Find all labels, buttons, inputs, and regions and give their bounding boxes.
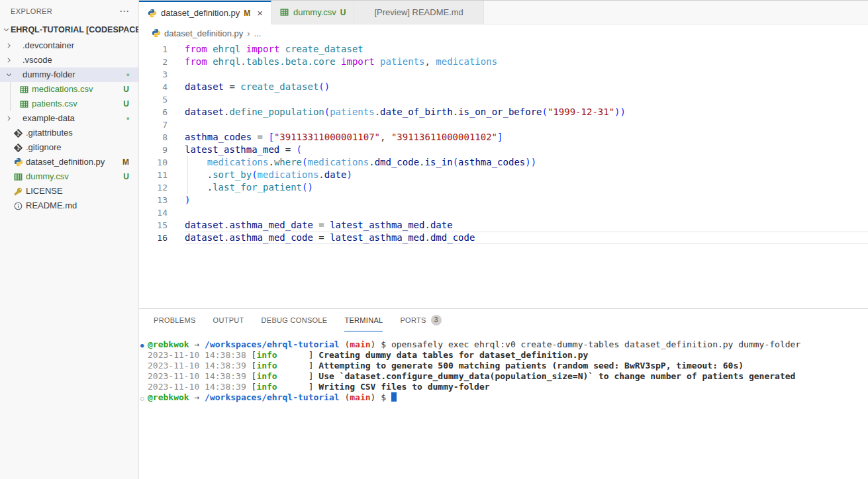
tab-label: dataset_definition.py bbox=[161, 8, 240, 18]
workspace-root-label: EHRQL-TUTORIAL [CODESPACES:... bbox=[11, 25, 138, 34]
terminal-line: 2023-11-10 14:38:39 [info ] Writing CSV … bbox=[140, 382, 868, 392]
breadcrumb[interactable]: dataset_definition.py › ... bbox=[139, 24, 868, 42]
file-tree: .devcontainer.vscodedummy-folder●medicat… bbox=[0, 38, 138, 213]
terminal-line: ●@rebkwok → /workspaces/ehrql-tutorial (… bbox=[140, 339, 868, 350]
code-line[interactable]: latest_asthma_med = ( bbox=[185, 144, 868, 156]
bottom-panel: PROBLEMSOUTPUTDEBUG CONSOLETERMINALPORTS… bbox=[139, 308, 868, 479]
tree-item-label: dummy-folder bbox=[23, 67, 75, 82]
code-line[interactable]: asthma_codes = ["39113311000001107", "39… bbox=[185, 131, 868, 144]
workspace-root-folder[interactable]: EHRQL-TUTORIAL [CODESPACES:... bbox=[0, 22, 138, 37]
tree-item-label: .gitattributes bbox=[26, 126, 73, 140]
tab-dummy-csv[interactable]: dummy.csvU bbox=[271, 1, 354, 24]
code-line[interactable]: from ehrql import create_dataset bbox=[185, 43, 868, 56]
code-line[interactable]: ) bbox=[185, 194, 868, 206]
panel-tab-problems[interactable]: PROBLEMS bbox=[154, 309, 196, 331]
code-line[interactable]: from ehrql.tables.beta.core import patie… bbox=[185, 56, 868, 68]
line-number: 12 bbox=[139, 181, 168, 194]
python-icon bbox=[151, 28, 161, 38]
tree-item-gitattributes[interactable]: .gitattributes bbox=[0, 126, 138, 140]
tree-item-medications-csv[interactable]: medications.csvU bbox=[0, 82, 138, 97]
git-status-badge: U bbox=[123, 85, 129, 94]
code-line[interactable] bbox=[185, 93, 868, 106]
python-icon bbox=[13, 157, 23, 167]
panel-tab-label: PORTS bbox=[400, 316, 426, 324]
git-status-badge: U bbox=[123, 99, 129, 109]
panel-tab-debug-console[interactable]: DEBUG CONSOLE bbox=[262, 309, 328, 331]
tree-item-vscode[interactable]: .vscode bbox=[0, 53, 138, 67]
code-line[interactable]: dataset.asthma_med_date = latest_asthma_… bbox=[185, 219, 868, 232]
explorer-title: EXPLORER bbox=[11, 7, 52, 15]
terminal-cursor bbox=[391, 392, 397, 402]
tree-item-label: patients.csv bbox=[32, 97, 77, 111]
tree-item-dummy-csv[interactable]: dummy.csvU bbox=[0, 169, 138, 184]
command-pending-circle-icon: ○ bbox=[140, 393, 148, 404]
line-number: 11 bbox=[139, 169, 168, 181]
tree-item-dummy-folder[interactable]: dummy-folder● bbox=[0, 67, 138, 82]
panel-tab-terminal[interactable]: TERMINAL bbox=[344, 309, 383, 331]
tree-item-label: medications.csv bbox=[32, 82, 93, 97]
code-line[interactable]: .last_for_patient() bbox=[185, 181, 868, 194]
git-status-badge: U bbox=[123, 172, 129, 181]
tab-dataset-definition-py[interactable]: dataset_definition.pyM× bbox=[139, 1, 271, 24]
breadcrumb-ellipsis[interactable]: ... bbox=[254, 28, 262, 38]
panel-tab-bar: PROBLEMSOUTPUTDEBUG CONSOLETERMINALPORTS… bbox=[139, 309, 868, 331]
git-changes-dot-icon: ● bbox=[126, 115, 130, 122]
line-number: 2 bbox=[139, 56, 168, 68]
code-line[interactable] bbox=[185, 206, 868, 219]
code-line[interactable]: medications.where(medications.dmd_code.i… bbox=[185, 156, 868, 169]
editor-group: dataset_definition.pyM×dummy.csvU[Previe… bbox=[139, 0, 868, 479]
panel-tab-ports[interactable]: PORTS3 bbox=[400, 309, 441, 331]
panel-tab-label: OUTPUT bbox=[213, 316, 244, 324]
code-line[interactable]: dataset = create_dataset() bbox=[185, 81, 868, 93]
tree-item-license[interactable]: LICENSE bbox=[0, 184, 138, 198]
panel-tab-label: TERMINAL bbox=[344, 316, 383, 324]
tree-item-patients-csv[interactable]: patients.csvU bbox=[0, 97, 138, 111]
tree-item-gitignore[interactable]: .gitignore bbox=[0, 140, 138, 155]
chevron-down-icon bbox=[2, 25, 11, 34]
tree-item-dataset-definition-py[interactable]: dataset_definition.pyM bbox=[0, 155, 138, 169]
code-editor[interactable]: 12345678910111213141516 from ehrql impor… bbox=[139, 42, 868, 308]
line-number: 13 bbox=[139, 194, 168, 206]
tab-git-badge: M bbox=[244, 9, 250, 18]
license-icon bbox=[13, 187, 23, 196]
tree-item-readme-md[interactable]: README.md bbox=[0, 198, 138, 213]
close-icon[interactable]: × bbox=[257, 8, 263, 18]
tab-preview-readme-md[interactable]: [Preview] README.md bbox=[354, 1, 483, 24]
code-line[interactable]: dataset.define_population(patients.date_… bbox=[185, 106, 868, 118]
vscode-window: EXPLORER ⋯ EHRQL-TUTORIAL [CODESPACES:..… bbox=[0, 0, 868, 479]
csv-icon bbox=[279, 8, 289, 17]
line-number: 15 bbox=[139, 219, 168, 232]
tree-item-devcontainer[interactable]: .devcontainer bbox=[0, 38, 138, 53]
code-line[interactable]: dataset.asthma_med_code = latest_asthma_… bbox=[185, 232, 868, 244]
tree-item-label: example-data bbox=[23, 111, 75, 126]
tab-label: dummy.csv bbox=[293, 7, 336, 17]
code-area[interactable]: from ehrql import create_datasetfrom ehr… bbox=[185, 43, 868, 244]
tree-item-example-data[interactable]: example-data● bbox=[0, 111, 138, 126]
code-line[interactable] bbox=[185, 68, 868, 81]
command-success-dot-icon: ● bbox=[140, 340, 148, 351]
terminal-line: 2023-11-10 14:38:39 [info ] Attempting t… bbox=[140, 361, 868, 371]
terminal-line: 2023-11-10 14:38:39 [info ] Use `dataset… bbox=[140, 371, 868, 382]
breadcrumb-file[interactable]: dataset_definition.py bbox=[164, 28, 243, 38]
terminal[interactable]: ●@rebkwok → /workspaces/ehrql-tutorial (… bbox=[139, 331, 868, 479]
tab-git-badge: U bbox=[340, 8, 346, 17]
tree-item-label: .vscode bbox=[23, 53, 52, 67]
csv-icon bbox=[19, 85, 29, 94]
code-line[interactable]: .sort_by(medications.date) bbox=[185, 169, 868, 181]
git-status-badge: M bbox=[122, 157, 129, 167]
tree-item-label: dummy.csv bbox=[26, 169, 69, 184]
tree-item-label: .gitignore bbox=[26, 140, 61, 155]
tree-item-label: .devcontainer bbox=[23, 38, 74, 53]
git-icon bbox=[13, 144, 23, 152]
line-number: 9 bbox=[139, 144, 168, 156]
line-number: 3 bbox=[139, 68, 168, 81]
python-icon bbox=[147, 9, 157, 18]
panel-tab-label: DEBUG CONSOLE bbox=[262, 316, 328, 324]
panel-tab-output[interactable]: OUTPUT bbox=[213, 309, 244, 331]
explorer-header: EXPLORER ⋯ bbox=[0, 0, 138, 22]
more-actions-icon[interactable]: ⋯ bbox=[119, 5, 129, 17]
code-line[interactable] bbox=[185, 118, 868, 131]
git-icon bbox=[13, 129, 23, 138]
line-number: 7 bbox=[139, 118, 168, 131]
ports-count-badge: 3 bbox=[431, 315, 442, 326]
